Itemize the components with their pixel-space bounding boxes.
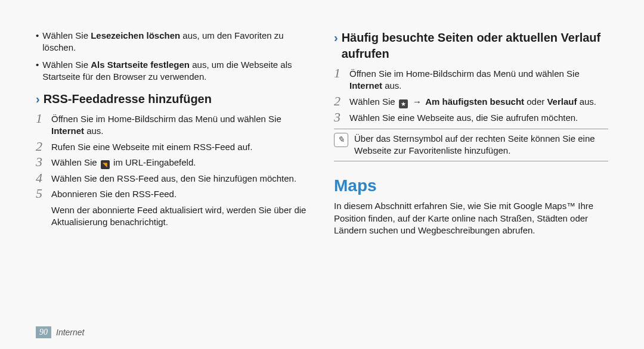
page-number: 90 bbox=[36, 326, 51, 338]
rss-icon: ◥ bbox=[101, 160, 110, 169]
step-number: 1 bbox=[36, 112, 51, 138]
step-post: aus. bbox=[382, 80, 402, 91]
step-pre: Wählen Sie bbox=[51, 157, 100, 167]
step-number: 3 bbox=[334, 111, 349, 124]
step: 4 Wählen Sie den RSS-Feed aus, den Sie h… bbox=[36, 173, 310, 185]
step-number: 5 bbox=[36, 187, 51, 200]
step-text: Wählen Sie eine Webseite aus, die Sie au… bbox=[349, 112, 608, 124]
bullet-pre: Wählen Sie bbox=[42, 60, 91, 70]
step-post: im URL-Eingabefeld. bbox=[111, 157, 196, 167]
step: 2 Rufen Sie eine Webseite mit einem RSS-… bbox=[36, 141, 310, 153]
step: 3 Wählen Sie ◥ im URL-Eingabefeld. bbox=[36, 157, 310, 169]
bullet-item: • Wählen Sie Als Startseite festlegen au… bbox=[36, 59, 310, 83]
bullet-pre: Wählen Sie bbox=[42, 30, 91, 40]
step-text: Wählen Sie den RSS-Feed aus, den Sie hin… bbox=[51, 173, 310, 185]
step-bold: Internet bbox=[349, 80, 382, 91]
bullet-icon: • bbox=[36, 30, 39, 54]
tail-text: Wenn der abonnierte Feed aktualisiert wi… bbox=[51, 204, 310, 229]
step: 1 Öffnen Sie im Home-Bildschirm das Menü… bbox=[334, 68, 608, 92]
step-post: aus. bbox=[84, 126, 104, 136]
bullet-bold: Als Startseite festlegen bbox=[91, 60, 190, 70]
step-pre: Öffnen Sie im Home-Bildschirm das Menü u… bbox=[51, 114, 281, 124]
step-bold2: Verlauf bbox=[547, 96, 577, 107]
note-icon: ✎ bbox=[334, 133, 348, 147]
step: 3 Wählen Sie eine Webseite aus, die Sie … bbox=[334, 112, 608, 124]
step-number: 2 bbox=[334, 95, 349, 108]
step-mid: oder bbox=[524, 96, 547, 107]
bullet-icon: • bbox=[36, 59, 39, 83]
bullet-bold: Lesezeichen löschen bbox=[91, 30, 180, 40]
left-column: • Wählen Sie Lesezeichen löschen aus, um… bbox=[36, 30, 310, 236]
step-number: 2 bbox=[36, 140, 51, 153]
bookmark-icon: ★ bbox=[399, 99, 408, 108]
step-pre: Öffnen Sie im Home-Bildschirm das Menü u… bbox=[349, 68, 580, 79]
subheading-text: RSS-Feedadresse hinzufügen bbox=[44, 91, 212, 107]
subheading-text: Häufig besuchte Seiten oder aktuellen Ve… bbox=[342, 30, 608, 62]
heading-maps: Maps bbox=[334, 174, 608, 197]
footer-text: Internet bbox=[56, 328, 84, 337]
step: 1 Öffnen Sie im Home-Bildschirm das Menü… bbox=[36, 113, 310, 138]
note-text: Über das Sternsymbol auf der rechten Sei… bbox=[354, 133, 608, 157]
step: 5 Abonnieren Sie den RSS-Feed. bbox=[36, 188, 310, 200]
step-number: 4 bbox=[36, 172, 51, 185]
subheading-rss: › RSS-Feedadresse hinzufügen bbox=[36, 91, 310, 107]
right-column: › Häufig besuchte Seiten oder aktuellen … bbox=[334, 30, 608, 236]
step-post: aus. bbox=[577, 96, 596, 107]
note-box: ✎ Über das Sternsymbol auf der rechten S… bbox=[334, 129, 608, 161]
step-bold: Am häufigsten besucht bbox=[425, 96, 524, 107]
subheading-history: › Häufig besuchte Seiten oder aktuellen … bbox=[334, 30, 608, 62]
step-bold: Internet bbox=[51, 126, 84, 136]
step-pre: Wählen Sie bbox=[349, 96, 398, 107]
bullet-item: • Wählen Sie Lesezeichen löschen aus, um… bbox=[36, 30, 310, 54]
step: 2 Wählen Sie ★ → Am häufigsten besucht o… bbox=[334, 96, 608, 108]
chevron-icon: › bbox=[334, 30, 338, 46]
arrow-text: → bbox=[410, 96, 424, 107]
step-number: 1 bbox=[334, 67, 349, 92]
step-number: 3 bbox=[36, 155, 51, 169]
chevron-icon: › bbox=[36, 91, 40, 107]
maps-intro: In diesem Abschnitt erfahren Sie, wie Si… bbox=[334, 200, 608, 236]
footer: 90 Internet bbox=[36, 326, 84, 338]
step-text: Abonnieren Sie den RSS-Feed. bbox=[51, 188, 310, 200]
step-text: Rufen Sie eine Webseite mit einem RSS-Fe… bbox=[51, 141, 310, 153]
